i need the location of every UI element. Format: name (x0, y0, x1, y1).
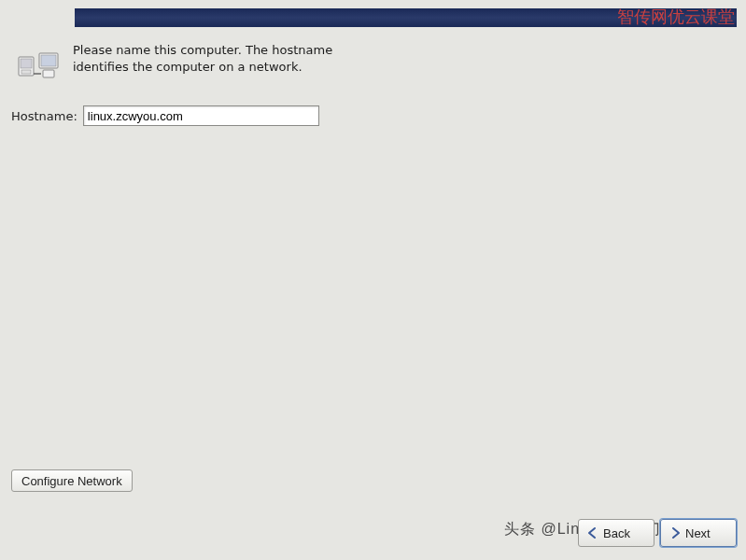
computer-network-icon (17, 49, 62, 91)
configure-network-button[interactable]: Configure Network (11, 469, 133, 492)
hostname-input[interactable] (83, 105, 319, 126)
svg-rect-5 (43, 70, 54, 77)
arrow-right-icon (669, 526, 682, 539)
svg-rect-2 (21, 70, 31, 74)
navigation-buttons: Back Next (578, 519, 737, 547)
arrow-left-icon (586, 526, 599, 539)
next-button[interactable]: Next (660, 519, 737, 547)
description-text: Please name this computer. The hostname … (73, 42, 334, 91)
hostname-row: Hostname: (11, 105, 319, 126)
back-button[interactable]: Back (578, 519, 655, 547)
hostname-label: Hostname: (11, 109, 77, 123)
svg-rect-4 (41, 55, 56, 66)
next-label: Next (685, 526, 711, 540)
description-section: Please name this computer. The hostname … (17, 42, 334, 91)
back-label: Back (603, 526, 630, 540)
watermark-top: 智传网优云课堂 (617, 6, 735, 28)
svg-rect-1 (21, 59, 32, 68)
